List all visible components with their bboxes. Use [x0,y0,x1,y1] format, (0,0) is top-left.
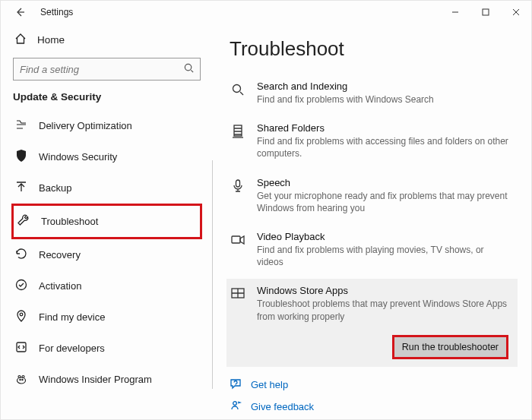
shared-folders-icon [230,122,246,159]
sidebar-item-label: For developers [39,343,105,354]
sidebar-item-label: Troubleshoot [41,216,98,227]
svg-point-9 [22,379,23,380]
sidebar-item-recovery[interactable]: Recovery [11,239,202,270]
troubleshooter-title: Speech [257,177,511,188]
sidebar-home-label: Home [37,34,65,46]
svg-point-8 [20,379,21,380]
shield-icon [14,149,28,165]
run-troubleshooter-button[interactable]: Run the troubleshooter [392,335,508,359]
window-title: Settings [40,7,73,17]
maximize-button[interactable] [470,1,501,24]
video-icon [230,231,246,268]
sidebar-item-windows-security[interactable]: Windows Security [11,141,202,172]
svg-rect-0 [483,9,489,15]
svg-rect-13 [232,236,240,243]
backup-icon [14,180,28,196]
sidebar-item-label: Find my device [39,311,105,323]
sidebar-item-label: Delivery Optimization [39,120,132,131]
troubleshooter-desc: Troubleshoot problems that may prevent W… [257,298,511,322]
run-troubleshooter-row: Run the troubleshooter [226,330,518,367]
give-feedback-row[interactable]: Give feedback [230,399,518,414]
get-help-link[interactable]: Get help [251,379,288,390]
sidebar-item-backup[interactable]: Backup [11,172,202,204]
troubleshooter-search-indexing[interactable]: Search and Indexing Find and fix problem… [230,74,518,113]
insider-icon [14,371,28,387]
sidebar-section-heading: Update & Security [13,91,202,103]
close-button[interactable] [501,1,531,24]
minimize-button[interactable] [440,1,470,24]
give-feedback-link[interactable]: Give feedback [251,401,314,412]
sidebar-item-activation[interactable]: Activation [11,270,202,302]
svg-rect-12 [236,180,240,187]
sidebar-item-label: Windows Security [39,151,117,163]
troubleshooter-title: Search and Indexing [257,81,511,92]
troubleshooter-desc: Find and fix problems with Windows Searc… [257,93,511,106]
troubleshooter-desc: Find and fix problems with playing movie… [257,244,511,268]
sidebar: Home Update & Security Delivery Optimiza… [1,24,213,419]
svg-point-15 [233,401,237,405]
troubleshooter-windows-store-apps[interactable]: Windows Store Apps Troubleshoot problems… [226,279,518,330]
svg-point-2 [17,280,27,290]
location-icon [14,309,28,325]
delivery-icon [14,118,28,134]
search-indexing-icon [230,81,246,106]
svg-point-1 [185,64,191,70]
search-icon [183,62,195,77]
troubleshooter-video-playback[interactable]: Video Playback Find and fix problems wit… [230,225,518,276]
wrench-icon [17,213,30,229]
sidebar-item-for-developers[interactable]: For developers [11,333,202,364]
store-apps-icon [230,285,246,322]
activation-icon [14,278,28,294]
svg-point-5 [17,377,26,384]
troubleshooter-speech[interactable]: Speech Get your microphone ready and fix… [230,171,518,222]
developers-icon [14,340,28,356]
sidebar-item-label: Recovery [39,249,81,261]
sidebar-item-label: Windows Insider Program [39,374,152,385]
troubleshooter-desc: Find and fix problems with accessing fil… [257,135,511,159]
get-help-row[interactable]: Get help [230,377,518,392]
window-controls [440,1,531,24]
svg-point-10 [233,85,241,93]
main-content: Troubleshoot Search and Indexing Find an… [213,24,531,419]
sidebar-item-label: Activation [39,280,81,292]
sidebar-item-troubleshoot[interactable]: Troubleshoot [11,204,202,239]
title-bar: Settings [1,1,531,24]
page-title: Troubleshoot [230,37,518,61]
troubleshooter-shared-folders[interactable]: Shared Folders Find and fix problems wit… [230,116,518,167]
troubleshooter-title: Video Playback [257,231,511,242]
recovery-icon [14,247,28,263]
help-icon [230,377,242,392]
sidebar-item-windows-insider[interactable]: Windows Insider Program [11,364,202,395]
troubleshooter-desc: Get your microphone ready and fix proble… [257,190,511,214]
troubleshooter-title: Windows Store Apps [257,285,511,296]
svg-point-7 [22,376,24,378]
search-input[interactable] [13,58,201,81]
sidebar-home[interactable]: Home [11,28,202,56]
svg-point-6 [18,376,21,378]
feedback-icon [230,399,242,414]
sidebar-item-delivery-optimization[interactable]: Delivery Optimization [11,110,202,141]
svg-point-3 [20,313,23,316]
back-button[interactable] [10,6,30,18]
troubleshooter-title: Shared Folders [257,122,511,134]
sidebar-item-label: Backup [39,182,71,194]
home-icon [14,33,27,47]
microphone-icon [230,177,246,214]
sidebar-item-find-my-device[interactable]: Find my device [11,302,202,333]
